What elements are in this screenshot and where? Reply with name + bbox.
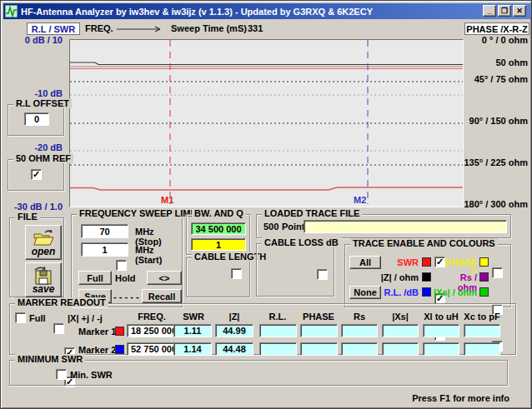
col-phase: PHASE — [303, 312, 334, 322]
legend-rs-swatch — [479, 272, 489, 282]
start-freq-input[interactable] — [81, 242, 128, 257]
q-value-field: 1 — [191, 238, 246, 251]
sweep-time-value: 331 — [248, 23, 263, 33]
marker1-z: 44.99 — [215, 324, 253, 337]
all-traces-button[interactable]: All — [349, 256, 381, 269]
marker1-swr: 1.11 — [173, 324, 212, 337]
recall-button[interactable]: Recall — [142, 289, 182, 303]
file-group-title: FILE — [15, 212, 40, 222]
minimize-button[interactable]: _ — [483, 5, 496, 17]
marker2-z: 44.48 — [215, 342, 253, 356]
start-freq-label: MHz (Start) — [135, 245, 182, 265]
col-swr: SWR — [183, 312, 204, 322]
trace-enable-group: TRACE ENABLE AND COLOURS All None SWR PH… — [344, 244, 511, 307]
hold-label: Hold — [115, 273, 135, 283]
legend-xs-swatch — [479, 287, 489, 297]
sweep-time-label: Sweep Time (mS) — [171, 23, 247, 33]
right-axis-tick-3: 90° / 150 ohm — [469, 116, 528, 126]
marker1-swatch — [115, 327, 124, 336]
marker2-freq: 52 750 000 — [127, 342, 178, 356]
marker1-rs — [341, 324, 378, 337]
marker1-xl — [423, 324, 459, 337]
rl-offset-group: R.L OFFSET — [8, 104, 64, 136]
marker1-xc — [464, 324, 500, 337]
open-button-label: open — [32, 247, 56, 257]
ohm-ref-group: 50 OHM REF — [8, 159, 64, 191]
trace-enable-title: TRACE ENABLE AND COLOURS — [350, 238, 498, 248]
app-icon — [5, 5, 18, 17]
stop-freq-label: MHz (Stop) — [135, 227, 182, 247]
full-button[interactable]: Full — [78, 271, 112, 285]
stop-freq-input[interactable] — [81, 224, 128, 238]
legend-rl-label: R.L. /dB — [382, 287, 419, 297]
loaded-trace-title: LOADED TRACE FILE — [262, 208, 362, 218]
open-button[interactable]: open — [25, 225, 62, 260]
legend-rl-swatch — [422, 287, 431, 297]
xj-label: |X| +j / -j — [68, 313, 103, 323]
marker1-label: M1 — [161, 195, 173, 205]
marker1-rl — [259, 324, 297, 337]
col-xl: Xl to uH — [424, 312, 459, 322]
col-xc: Xc to pF — [464, 312, 499, 322]
rl-offset-input[interactable] — [24, 112, 49, 126]
save-button[interactable]: save — [25, 262, 62, 297]
cable-loss-title: CABLE LOSS dB — [262, 237, 341, 247]
min-swr-label: Min. SWR — [70, 370, 113, 380]
marker-readout-group: MARKER READOUT Full |X| +j / -j FREQ. SW… — [9, 303, 516, 355]
range-button[interactable]: <> — [147, 271, 182, 285]
marker2-rs — [341, 342, 378, 356]
legend-phase-swatch — [479, 257, 489, 267]
trace-file-field[interactable] — [304, 220, 507, 233]
marker-readout-title: MARKER READOUT — [15, 297, 108, 307]
z-trace — [70, 62, 463, 65]
status-help-text: Press F1 for more info — [412, 393, 509, 403]
legend-swr-label: SWR — [382, 257, 419, 267]
right-mode-label: PHASE /X-R-Z — [464, 22, 529, 35]
file-group: FILE open save — [9, 217, 64, 297]
marker2-phase — [300, 342, 338, 356]
right-axis-tick-2: 45° / 75 ohm — [474, 74, 528, 84]
freq-label: FREQ. — [85, 23, 113, 33]
save-button-label: save — [33, 285, 55, 294]
ohm-ref-checkbox[interactable] — [31, 169, 42, 180]
legend-xs-label: |Xs| / ohm — [432, 287, 477, 297]
right-axis-tick-0: 0 ° / 0 ohm — [482, 35, 528, 45]
minimum-swr-group: MINIMUM SWR Min. SWR — [9, 360, 508, 386]
legend-z-label: |Z| / ohm — [374, 272, 419, 282]
xj-checkbox[interactable] — [53, 323, 64, 334]
hold-checkbox[interactable] — [116, 260, 127, 271]
close-button[interactable]: ✕ — [513, 5, 526, 17]
bw-q-title: BW. AND Q — [192, 208, 246, 218]
left-axis-tick-3: -30 dB / 1.0 — [14, 202, 63, 212]
bw-q-group: BW. AND Q 34 500 000 1 — [186, 214, 250, 255]
cable-length-checkbox[interactable] — [231, 268, 242, 279]
legend-phase-checkbox[interactable] — [492, 267, 503, 278]
left-axis-tick-2: -20 dB — [34, 142, 63, 152]
sweep-plot[interactable]: M1 M2 — [69, 39, 464, 207]
maximize-button[interactable]: ❐ — [498, 5, 511, 17]
marker2-swatch — [115, 345, 124, 354]
points-count: 500 — [263, 222, 279, 232]
cable-loss-checkbox[interactable] — [317, 269, 328, 280]
min-swr-checkbox[interactable] — [56, 369, 67, 380]
left-axis-tick-0: 0 dB / 10 — [25, 35, 63, 45]
col-z: |Z| — [229, 312, 240, 322]
legend-swr-swatch — [422, 257, 431, 267]
cable-length-group: CABLE LENGTH — [186, 257, 250, 297]
full-readout-checkbox[interactable] — [15, 312, 26, 323]
left-axis-tick-1: -10 dB — [34, 88, 63, 98]
none-traces-button[interactable]: None — [349, 286, 381, 299]
minimum-swr-title: MINIMUM SWR — [15, 354, 85, 364]
marker1-label: Marker 1 — [78, 327, 116, 337]
window-title: HF-Antenna Analyzer by iw3hev & iw3ijz (… — [21, 7, 373, 17]
sweep-limits-group: FREQUENCY SWEEP LIMITS MHz (Stop) MHz (S… — [71, 214, 183, 307]
full-readout-label: Full — [29, 313, 46, 323]
title-bar[interactable]: HF-Antenna Analyzer by iw3hev & iw3ijz (… — [3, 3, 530, 19]
marker2-rl — [259, 342, 297, 356]
save-floppy-icon — [32, 267, 55, 285]
loaded-trace-group: LOADED TRACE FILE 500 Points — [256, 214, 511, 238]
app-window: HF-Antenna Analyzer by iw3hev & iw3ijz (… — [0, 0, 532, 409]
cable-loss-group: CABLE LOSS dB — [256, 243, 334, 297]
right-axis-tick-5: 180° / 300 ohm — [464, 199, 528, 209]
marker2-xl — [423, 342, 459, 356]
